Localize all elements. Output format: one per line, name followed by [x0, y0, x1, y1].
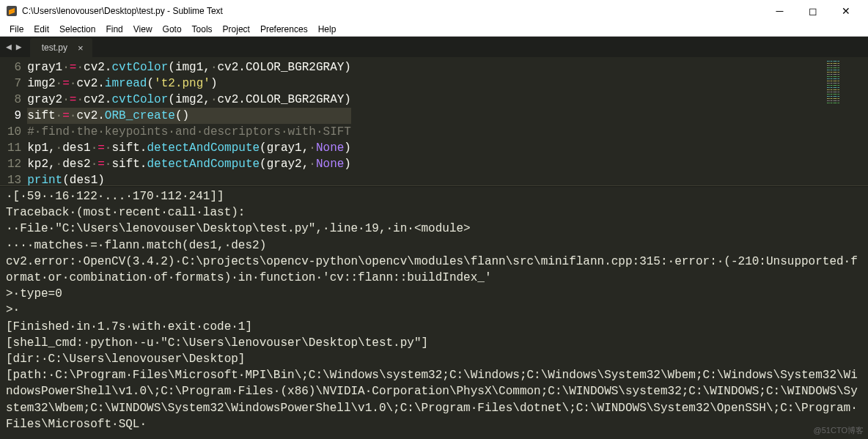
watermark: @51CTO博客	[814, 425, 864, 436]
line-number: 13	[7, 172, 21, 185]
menu-goto[interactable]: Goto	[158, 23, 187, 35]
line-number: 8	[7, 92, 21, 108]
console-line: >·	[6, 302, 864, 318]
menu-tools[interactable]: Tools	[187, 23, 218, 35]
nav-back-icon[interactable]: ◀	[4, 41, 13, 53]
code-line[interactable]: kp2,·des2·=·sift.detectAndCompute(gray2,…	[27, 156, 351, 172]
minimize-button[interactable]: ─	[763, 0, 796, 22]
editor[interactable]: 678910111213 gray1·=·cv2.cvtColor(img1,·…	[0, 57, 868, 185]
titlebar: C:\Users\lenovouser\Desktop\test.py - Su…	[0, 0, 868, 22]
console-line: [dir:·C:\Users\lenovouser\Desktop]	[6, 351, 864, 367]
console-line: [path:·C:\Program·Files\Microsoft·MPI\Bi…	[6, 367, 864, 432]
code-line[interactable]: print(des1)	[27, 172, 351, 185]
code-line[interactable]: gray2·=·cv2.cvtColor(img2,·cv2.COLOR_BGR…	[27, 92, 351, 108]
maximize-button[interactable]: ◻	[796, 0, 829, 22]
console-line: ····matches·=·flann.match(des1,·des2)	[6, 237, 864, 254]
line-number: 9	[7, 108, 21, 124]
window-controls: ─ ◻ ✕	[763, 0, 862, 22]
gutter: 678910111213	[0, 57, 27, 185]
line-number: 11	[7, 140, 21, 156]
window-title: C:\Users\lenovouser\Desktop\test.py - Su…	[22, 6, 763, 16]
menu-file[interactable]: File	[4, 23, 29, 35]
console-line: >·type=0	[6, 286, 864, 302]
console-line: Traceback·(most·recent·call·last):	[6, 204, 864, 221]
nav-arrows: ◀ ▶	[0, 37, 28, 57]
console-line: [Finished·in·1.7s·with·exit·code·1]	[6, 319, 864, 335]
console-line: ·[·59··16·122·...·170·112·241]]	[6, 188, 864, 204]
code-line[interactable]: gray1·=·cv2.cvtColor(img1,·cv2.COLOR_BGR…	[27, 59, 351, 75]
build-output[interactable]: ·[·59··16·122·...·170·112·241]]Traceback…	[0, 187, 868, 439]
line-number: 12	[7, 156, 21, 172]
nav-forward-icon[interactable]: ▶	[15, 41, 23, 53]
code-line[interactable]: img2·=·cv2.imread('t2.png')	[27, 75, 351, 92]
menu-project[interactable]: Project	[218, 23, 255, 35]
menu-help[interactable]: Help	[313, 23, 342, 35]
menu-preferences[interactable]: Preferences	[255, 23, 313, 35]
minimap[interactable]: ■■■ ■■ ■■■■ ■■■■■ ■■ ■■■■ ■■■■■ ■■ ■■■■ …	[824, 57, 868, 185]
code-line[interactable]: #·find·the·keypoints·and·descriptors·wit…	[27, 124, 351, 140]
menu-view[interactable]: View	[128, 23, 158, 35]
tab-testpy[interactable]: test.py ×	[30, 38, 92, 57]
menu-find[interactable]: Find	[100, 23, 128, 35]
code-line[interactable]: kp1,·des1·=·sift.detectAndCompute(gray1,…	[27, 140, 351, 156]
tab-label: test.py	[42, 43, 67, 53]
code-line[interactable]: sift·=·cv2.ORB_create()	[27, 108, 351, 124]
line-number: 10	[7, 124, 21, 140]
menu-selection[interactable]: Selection	[54, 23, 100, 35]
tab-row: ◀ ▶ test.py ×	[0, 37, 868, 57]
console-line: ··File·"C:\Users\lenovouser\Desktop\test…	[6, 221, 864, 237]
code-area[interactable]: gray1·=·cv2.cvtColor(img1,·cv2.COLOR_BGR…	[27, 57, 351, 185]
tab-close-icon[interactable]: ×	[78, 43, 84, 54]
menu-edit[interactable]: Edit	[29, 23, 54, 35]
sublime-icon	[6, 5, 18, 17]
console-line: [shell_cmd:·python·-u·"C:\Users\lenovous…	[6, 335, 864, 351]
line-number: 6	[7, 59, 21, 75]
close-button[interactable]: ✕	[829, 0, 862, 22]
line-number: 7	[7, 75, 21, 92]
console-line: cv2.error:·OpenCV(3.4.2)·C:\projects\ope…	[6, 254, 864, 286]
menubar: FileEditSelectionFindViewGotoToolsProjec…	[0, 22, 868, 37]
